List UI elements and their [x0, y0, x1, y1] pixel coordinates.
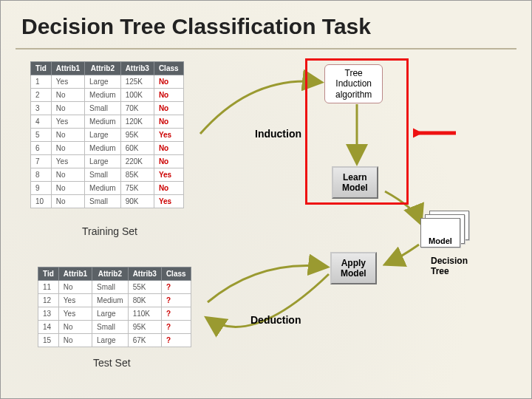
col-header: Attrib2 — [92, 267, 129, 281]
col-header: Attrib1 — [58, 267, 92, 281]
training-caption: Training Set — [82, 225, 137, 237]
table-row: 6NoMedium60KNo — [31, 142, 184, 155]
col-header: Attrib3 — [128, 267, 161, 281]
apply-model-box: ApplyModel — [330, 252, 377, 284]
col-header: Tid — [38, 267, 59, 281]
col-header: Attrib2 — [85, 62, 121, 75]
col-header: Class — [161, 267, 191, 281]
table-row: 12YesMedium80K? — [38, 294, 191, 307]
col-header: Attrib3 — [120, 62, 154, 75]
table-row: 1YesLarge125KNo — [31, 75, 184, 89]
tree-induction-algorithm-box: TreeInductionalgorithm — [324, 64, 383, 103]
model-label: Model — [421, 236, 460, 245]
test-table: TidAttrib1Attrib2Attrib3Class11NoSmall55… — [38, 267, 191, 347]
table-row: 4YesMedium120KNo — [31, 115, 184, 129]
table-row: 7YesLarge220KNo — [31, 155, 184, 168]
test-caption: Test Set — [93, 357, 131, 369]
col-header: Attrib1 — [51, 62, 84, 75]
table-row: 14NoSmall95K? — [38, 321, 191, 334]
table-row: 9NoMedium75KNo — [31, 182, 184, 195]
col-header: Class — [154, 62, 183, 75]
table-row: 13YesLarge110K? — [38, 307, 191, 321]
table-row: 5NoLarge95KYes — [31, 129, 184, 142]
page-title: Decision Tree Classification Task — [21, 14, 371, 39]
table-row: 3NoSmall70KNo — [31, 102, 184, 115]
induction-label: Induction — [255, 128, 301, 140]
table-row: 15NoLarge67K? — [38, 334, 191, 347]
table-row: 8NoSmall85KYes — [31, 168, 184, 182]
title-divider — [16, 48, 516, 50]
deduction-label: Deduction — [250, 314, 301, 326]
decision-tree-label: DecisionTree — [431, 256, 468, 277]
training-table: TidAttrib1Attrib2Attrib3Class1YesLarge12… — [30, 61, 184, 208]
model-stack: Model — [420, 211, 469, 250]
table-row: 11NoSmall55K? — [38, 281, 191, 294]
table-row: 10NoSmall90KYes — [31, 195, 184, 208]
learn-model-box: LearnModel — [332, 166, 378, 199]
col-header: Tid — [31, 62, 52, 75]
highlight-arrow-icon — [413, 126, 457, 143]
table-row: 2NoMedium100KNo — [31, 89, 184, 102]
